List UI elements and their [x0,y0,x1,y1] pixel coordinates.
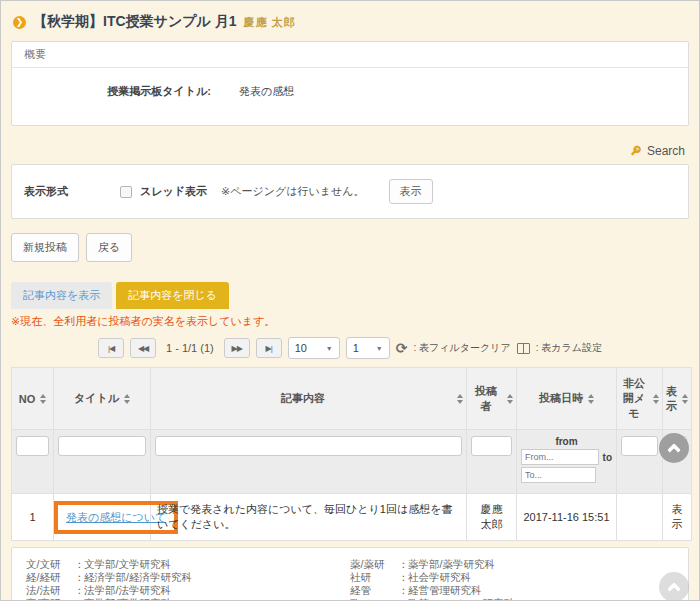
chevron-up-icon [667,443,681,457]
column-config-label: : 表カラム設定 [536,341,602,355]
legend-right-column: 薬/薬研：薬学部/薬学研究科 社研：社会学研究科 経管：経営管理研究科 政メ：政… [350,558,674,601]
overview-panel-title: 概要 [12,42,688,68]
sort-icon [507,394,513,404]
legend-item: 薬/薬研：薬学部/薬学研究科 [350,558,674,571]
filter-clear-icon[interactable]: ⟳ [396,340,408,356]
col-header-title[interactable]: タイトル [54,368,151,430]
chevron-down-icon: ▼ [326,345,333,352]
page-range: 1 - 1/1 (1) [166,342,214,354]
header-row: NO タイトル 記事内容 投稿者 投稿日時 非公開メモ 表示 [12,368,692,430]
filter-clear-label: : 表フィルタークリア [413,341,510,355]
filter-title-input[interactable] [58,436,146,456]
col-header-memo[interactable]: 非公開メモ [617,368,663,430]
sort-icon [40,394,46,404]
chevron-up-icon [667,582,681,596]
sort-icon [588,394,594,404]
search-link[interactable]: Search [647,144,685,158]
scroll-to-top-button[interactable] [659,433,689,463]
legend-item: 経管：経営管理研究科 [350,584,674,597]
page-number-select[interactable]: 1 ▼ [346,337,390,359]
top-actions: 新規投稿 戻る [11,233,689,262]
column-config-icon[interactable] [517,343,530,354]
tab-close-content[interactable]: 記事内容を閉じる [116,282,229,309]
paging-note: ※ページングは行いません。 [221,184,365,199]
board-title-label: 授業掲示板タイトル: [24,84,239,99]
legend-item: 法/法研：法学部/法学研究科 [26,584,350,597]
row-datetime: 2017-11-16 15:51 [517,494,617,541]
next-page-button[interactable]: ▶▶ [224,338,250,358]
row-memo [617,494,663,541]
board-title-value: 発表の感想 [239,84,294,99]
row-author: 慶應 太郎 [467,494,517,541]
row-no: 1 [12,494,54,541]
last-page-button[interactable]: ▶| [256,338,282,358]
board-table: NO タイトル 記事内容 投稿者 投稿日時 非公開メモ 表示 from [11,367,692,541]
page-header: ❯ 【秋学期】ITC授業サンプル 月1 慶應 太郎 [11,9,689,41]
prev-page-button[interactable]: ◀◀ [130,338,156,358]
filter-row: from to [12,430,692,494]
table-row: 1 発表の感想について 授業で発表された内容について、毎回ひとり1回は感想を書い… [12,494,692,541]
faculty-legend-panel: 文/文研：文学部/文学研究科 経/経研：経済学部/経済学研究科 法/法研：法学部… [11,547,689,601]
search-icon: 🔍︎ [630,144,642,158]
chevron-down-icon: ▼ [376,345,383,352]
new-post-button[interactable]: 新規投稿 [11,233,79,262]
col-header-author[interactable]: 投稿者 [467,368,517,430]
tab-show-content[interactable]: 記事内容を表示 [11,282,112,309]
filter-date-from-input[interactable] [521,449,599,465]
sort-icon [653,394,659,404]
filter-author-input[interactable] [471,436,512,456]
legend-item: 文/文研：文学部/文学研究科 [26,558,350,571]
col-header-no[interactable]: NO [12,368,54,430]
legend-item: 社研：社会学研究科 [350,571,674,584]
filter-date-to-input[interactable] [521,467,596,483]
row-content: 授業で発表された内容について、毎回ひとり1回は感想を書いてください。 [151,494,467,541]
page-size-select[interactable]: 10 ▼ [288,337,340,359]
filter-no-input[interactable] [16,436,49,456]
col-header-display[interactable]: 表示 [663,368,692,430]
row-display-link[interactable]: 表示 [663,494,692,541]
legend-item: 経/経研：経済学部/経済学研究科 [26,571,350,584]
filter-memo-input[interactable] [621,436,658,456]
realname-notice: ※現在、全利用者に投稿者の実名を表示しています。 [11,314,689,329]
page-size-value: 10 [295,342,307,354]
legend-left-column: 文/文研：文学部/文学研究科 経/経研：経済学部/経済学研究科 法/法研：法学部… [26,558,350,601]
scroll-to-top-button-faded[interactable] [659,572,689,601]
legend-item: 商/商研：商学部/商学研究科 [26,597,350,601]
sort-icon [457,394,463,404]
legend-item: 政メ：政策・メディア研究科 [350,597,674,601]
col-header-content[interactable]: 記事内容 [151,368,467,430]
display-format-panel: 表示形式 スレッド表示 ※ページングは行いません。 表示 [11,164,689,219]
filter-to-label: to [603,452,612,463]
page-number-value: 1 [353,342,359,354]
sort-icon [124,394,130,404]
thread-view-label: スレッド表示 [140,184,207,199]
pager: |◀ ◀◀ 1 - 1/1 (1) ▶▶ ▶| 10 ▼ 1 ▼ ⟳ : 表フィ… [11,337,689,359]
content-tabs: 記事内容を表示 記事内容を閉じる [11,282,689,309]
search-row: 🔍︎ Search [11,134,689,164]
row-title-link[interactable]: 発表の感想について [66,511,166,523]
display-format-label: 表示形式 [24,184,112,199]
col-header-datetime[interactable]: 投稿日時 [517,368,617,430]
title-bullet-icon: ❯ [13,16,26,29]
filter-from-label: from [555,436,577,447]
page-title: 【秋学期】ITC授業サンプル 月1 [33,13,237,31]
back-button[interactable]: 戻る [86,233,132,262]
sort-icon [682,394,688,404]
display-button[interactable]: 表示 [389,179,433,204]
header-author: 慶應 太郎 [244,15,296,30]
first-page-button[interactable]: |◀ [98,338,124,358]
filter-content-input[interactable] [155,436,462,456]
thread-view-checkbox[interactable] [120,186,132,198]
page: ❯ 【秋学期】ITC授業サンプル 月1 慶應 太郎 概要 授業掲示板タイトル: … [1,1,699,601]
overview-panel: 概要 授業掲示板タイトル: 発表の感想 [11,41,689,126]
